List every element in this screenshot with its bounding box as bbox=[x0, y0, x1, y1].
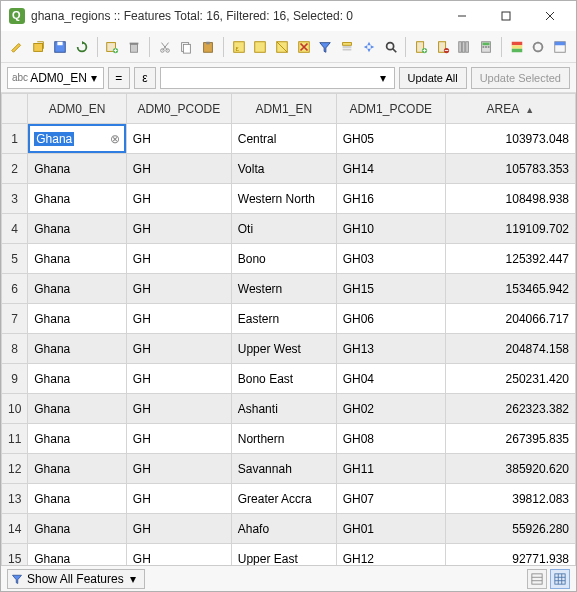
cell[interactable]: GH03 bbox=[336, 244, 445, 274]
cell[interactable]: Ghana bbox=[28, 514, 127, 544]
cell[interactable]: Ahafo bbox=[231, 514, 336, 544]
table-row[interactable]: 12GhanaGHSavannahGH11385920.620 bbox=[2, 454, 576, 484]
multi-edit-button[interactable] bbox=[29, 36, 49, 58]
cell[interactable]: GH10 bbox=[336, 214, 445, 244]
row-header[interactable]: 13 bbox=[2, 484, 28, 514]
feature-filter-button[interactable]: Show All Features ▾ bbox=[7, 569, 145, 589]
cell[interactable]: GH bbox=[126, 424, 231, 454]
cell[interactable]: GH bbox=[126, 124, 231, 154]
cell[interactable]: Upper West bbox=[231, 334, 336, 364]
expression-dialog-button[interactable]: ε bbox=[134, 67, 156, 89]
clear-icon[interactable]: ⊗ bbox=[110, 132, 120, 146]
cell[interactable]: GH11 bbox=[336, 454, 445, 484]
cell[interactable]: Ghana bbox=[28, 304, 127, 334]
cell[interactable]: 105783.353 bbox=[445, 154, 575, 184]
cell[interactable]: GH bbox=[126, 394, 231, 424]
corner-header[interactable] bbox=[2, 94, 28, 124]
cell[interactable]: 39812.083 bbox=[445, 484, 575, 514]
table-view-button[interactable] bbox=[550, 569, 570, 589]
cell[interactable]: GH12 bbox=[336, 544, 445, 566]
row-header[interactable]: 3 bbox=[2, 184, 28, 214]
cell[interactable]: 103973.048 bbox=[445, 124, 575, 154]
cell[interactable]: Central bbox=[231, 124, 336, 154]
copy-button[interactable] bbox=[177, 36, 197, 58]
cell[interactable]: GH bbox=[126, 514, 231, 544]
select-all-button[interactable] bbox=[251, 36, 271, 58]
cell[interactable]: GH08 bbox=[336, 424, 445, 454]
cell[interactable]: Ghana bbox=[28, 154, 127, 184]
cell[interactable]: Ashanti bbox=[231, 394, 336, 424]
cell[interactable]: 204066.717 bbox=[445, 304, 575, 334]
cell[interactable]: Oti bbox=[231, 214, 336, 244]
cell[interactable]: 250231.420 bbox=[445, 364, 575, 394]
table-row[interactable]: 13GhanaGHGreater AccraGH0739812.083 bbox=[2, 484, 576, 514]
paste-button[interactable] bbox=[198, 36, 218, 58]
cell[interactable]: 204874.158 bbox=[445, 334, 575, 364]
new-field-button[interactable] bbox=[411, 36, 431, 58]
cell[interactable]: GH bbox=[126, 244, 231, 274]
cell[interactable]: Ghana bbox=[28, 394, 127, 424]
organize-columns-button[interactable] bbox=[455, 36, 475, 58]
cell[interactable]: Northern bbox=[231, 424, 336, 454]
dock-button[interactable] bbox=[550, 36, 570, 58]
close-button[interactable] bbox=[528, 2, 572, 30]
deselect-all-button[interactable] bbox=[294, 36, 314, 58]
select-by-expression-button[interactable]: ε bbox=[229, 36, 249, 58]
row-header[interactable]: 6 bbox=[2, 274, 28, 304]
save-edits-button[interactable] bbox=[50, 36, 70, 58]
cell[interactable]: Ghana bbox=[28, 424, 127, 454]
cell[interactable]: GH06 bbox=[336, 304, 445, 334]
table-row[interactable]: 2GhanaGHVoltaGH14105783.353 bbox=[2, 154, 576, 184]
cell[interactable]: 119109.702 bbox=[445, 214, 575, 244]
zoom-to-selected-button[interactable] bbox=[381, 36, 401, 58]
cell[interactable]: Eastern bbox=[231, 304, 336, 334]
cell[interactable]: Western bbox=[231, 274, 336, 304]
cell[interactable]: 267395.835 bbox=[445, 424, 575, 454]
table-row[interactable]: 15GhanaGHUpper EastGH1292771.938 bbox=[2, 544, 576, 566]
cell[interactable]: Greater Accra bbox=[231, 484, 336, 514]
cell[interactable]: Ghana bbox=[28, 244, 127, 274]
minimize-button[interactable] bbox=[440, 2, 484, 30]
cell[interactable]: GH bbox=[126, 364, 231, 394]
cell[interactable]: 153465.942 bbox=[445, 274, 575, 304]
cell[interactable]: Ghana bbox=[28, 214, 127, 244]
cell[interactable]: Ghana bbox=[28, 274, 127, 304]
editing-cell[interactable]: Ghana⊗ bbox=[28, 124, 127, 154]
row-header[interactable]: 14 bbox=[2, 514, 28, 544]
cell[interactable]: Western North bbox=[231, 184, 336, 214]
table-row[interactable]: 3GhanaGHWestern NorthGH16108498.938 bbox=[2, 184, 576, 214]
attribute-grid[interactable]: ADM0_EN ADM0_PCODE ADM1_EN ADM1_PCODE AR… bbox=[1, 93, 576, 565]
table-row[interactable]: 4GhanaGHOtiGH10119109.702 bbox=[2, 214, 576, 244]
invert-selection-button[interactable] bbox=[272, 36, 292, 58]
conditional-formatting-button[interactable] bbox=[507, 36, 527, 58]
cell[interactable]: GH bbox=[126, 544, 231, 566]
cell[interactable]: Upper East bbox=[231, 544, 336, 566]
chevron-down-icon[interactable]: ▾ bbox=[376, 71, 389, 85]
table-row[interactable]: 10GhanaGHAshantiGH02262323.382 bbox=[2, 394, 576, 424]
cell[interactable]: GH bbox=[126, 274, 231, 304]
cell[interactable]: GH bbox=[126, 334, 231, 364]
row-header[interactable]: 5 bbox=[2, 244, 28, 274]
cell[interactable]: 262323.382 bbox=[445, 394, 575, 424]
column-header-sorted[interactable]: AREA bbox=[445, 94, 575, 124]
form-view-button[interactable] bbox=[527, 569, 547, 589]
cell[interactable]: Volta bbox=[231, 154, 336, 184]
cell[interactable]: Ghana bbox=[28, 454, 127, 484]
update-all-button[interactable]: Update All bbox=[399, 67, 467, 89]
cell[interactable]: GH05 bbox=[336, 124, 445, 154]
cell[interactable]: Savannah bbox=[231, 454, 336, 484]
cell[interactable]: 108498.938 bbox=[445, 184, 575, 214]
cell[interactable]: Ghana bbox=[28, 544, 127, 566]
column-header[interactable]: ADM1_PCODE bbox=[336, 94, 445, 124]
cell[interactable]: Bono bbox=[231, 244, 336, 274]
field-selector[interactable]: abc ADM0_EN ▾ bbox=[7, 67, 104, 89]
cell[interactable]: Ghana bbox=[28, 334, 127, 364]
column-header[interactable]: ADM0_PCODE bbox=[126, 94, 231, 124]
row-header[interactable]: 11 bbox=[2, 424, 28, 454]
row-header[interactable]: 1 bbox=[2, 124, 28, 154]
cell[interactable]: GH14 bbox=[336, 154, 445, 184]
delete-field-button[interactable] bbox=[433, 36, 453, 58]
delete-selected-button[interactable] bbox=[124, 36, 144, 58]
cell[interactable]: GH16 bbox=[336, 184, 445, 214]
cell[interactable]: Ghana bbox=[28, 184, 127, 214]
